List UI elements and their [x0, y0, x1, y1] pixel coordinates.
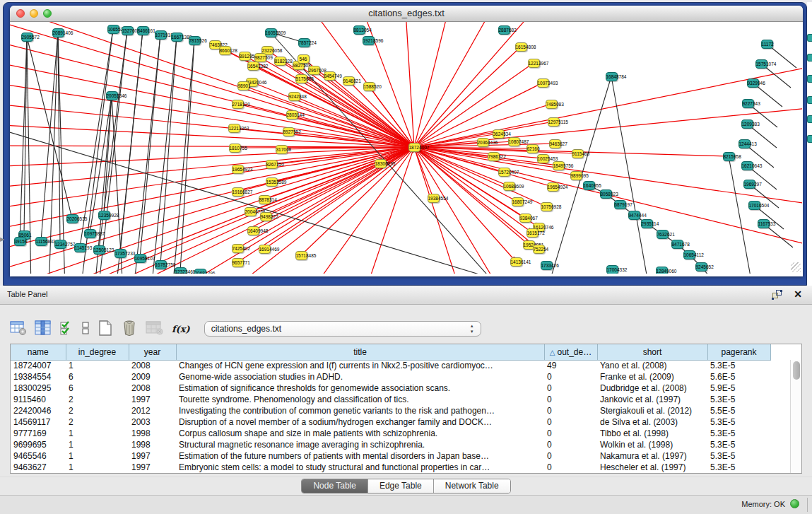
table-cell[interactable]: Corpus callosum shape and size in male p…	[176, 428, 544, 439]
table-cell[interactable]: 2	[66, 394, 129, 405]
graph-node[interactable]: 98901	[237, 81, 249, 90]
table-cell[interactable]: 1998	[129, 439, 176, 450]
graph-node[interactable]: 8466161	[137, 26, 149, 35]
table-cell[interactable]: 2009	[129, 371, 176, 382]
table-cell[interactable]: 18724007	[11, 360, 66, 371]
table-cell[interactable]: 2008	[129, 360, 176, 371]
graph-node[interactable]: 15751074	[755, 59, 767, 69]
delete-table-button[interactable]	[121, 320, 138, 339]
graph-node[interactable]: 19218596	[363, 36, 375, 45]
column-header[interactable]: in_degree	[66, 344, 129, 360]
resize-grip-icon[interactable]	[791, 262, 801, 272]
graph-node[interactable]: 7857224	[298, 38, 310, 47]
table-cell[interactable]: Nakamura et al. (1997)	[597, 450, 707, 462]
float-panel-icon[interactable]	[772, 290, 782, 300]
graph-node[interactable]: 1167533	[758, 219, 770, 228]
table-cell[interactable]: 0	[544, 405, 597, 416]
graph-node[interactable]: 8927552	[283, 127, 295, 136]
graph-node[interactable]: 9498222	[260, 212, 272, 221]
panel-handle-icon[interactable]: ▶	[0, 236, 4, 243]
graph-node[interactable]: 12342757	[54, 240, 66, 249]
graph-node[interactable]: 9242848	[288, 92, 300, 101]
graph-node[interactable]: 19654924	[547, 182, 559, 192]
graph-node[interactable]: 11156833	[35, 237, 47, 246]
table-cell[interactable]: Tourette syndrome. Phenomenology and cla…	[176, 394, 544, 405]
graph-node[interactable]: 1615172	[526, 228, 539, 238]
table-row[interactable]: 1456911722003Disruption of a novel membe…	[11, 416, 770, 428]
graph-node[interactable]: 20681296	[194, 269, 206, 274]
table-row[interactable]: 2242004622012Investigating the contribut…	[11, 405, 770, 416]
graph-node[interactable]: 20046758	[245, 207, 257, 216]
graph-node[interactable]: 16210643	[741, 161, 753, 170]
table-row[interactable]: 946554611997Estimation of the future num…	[11, 450, 770, 462]
table-cell[interactable]: 5.5E-5	[707, 405, 770, 416]
table-cell[interactable]: 0	[544, 371, 597, 382]
graph-node[interactable]: 12849060	[656, 267, 668, 274]
tab-edge-table[interactable]: Edge Table	[368, 479, 434, 493]
table-cell[interactable]: 0	[544, 462, 597, 473]
graph-node[interactable]: 17357233	[114, 249, 126, 258]
graph-node[interactable]: 12975115	[548, 117, 560, 127]
graph-node[interactable]: 8471678	[671, 240, 683, 249]
table-cell[interactable]: de Silva et al. (2003)	[597, 416, 707, 428]
graph-node[interactable]: 752254	[533, 245, 545, 254]
graph-node[interactable]: 8813054	[353, 25, 365, 35]
graph-node[interactable]: 39159	[14, 237, 26, 246]
table-cell[interactable]: Estimation of significance thresholds fo…	[176, 382, 544, 394]
table-cell[interactable]: Genome-wide association studies in ADHD.	[176, 371, 544, 382]
table-cell[interactable]: 2	[66, 416, 129, 428]
graph-node[interactable]: 8267150	[266, 160, 278, 169]
graph-node[interactable]: 16671388	[171, 33, 183, 42]
graph-node[interactable]: 12323468	[175, 267, 187, 274]
graph-node[interactable]: 8215958	[723, 152, 735, 161]
table-row[interactable]: 977716911998Corpus callosum shape and si…	[11, 428, 770, 439]
table-cell[interactable]: 9777169	[11, 428, 66, 439]
table-cell[interactable]: 5.3E-5	[707, 360, 770, 371]
table-cell[interactable]: Dudbridge et al. (2008)	[597, 382, 707, 394]
graph-node[interactable]: 1527607	[122, 26, 134, 35]
graph-node[interactable]: 9899695	[570, 171, 582, 180]
graph-node[interactable]: 7815526	[189, 36, 201, 45]
graph-node[interactable]: 1145193	[74, 243, 86, 252]
table-cell[interactable]: Disruption of a novel member of a sodium…	[176, 416, 544, 428]
table-row[interactable]: 946362711997Embryonic stem cells: a mode…	[11, 462, 770, 473]
graph-node[interactable]: 9827509	[254, 53, 266, 62]
table-row[interactable]: 969969511998Structural magnetic resonanc…	[11, 439, 770, 450]
column-header[interactable]: △out_de…	[544, 344, 597, 360]
table-cell[interactable]: 22420046	[11, 405, 66, 416]
graph-node[interactable]: 10756928	[541, 202, 553, 211]
function-builder-button[interactable]: f(x)	[172, 324, 190, 334]
graph-node[interactable]: 16154808	[515, 42, 527, 52]
graph-node[interactable]: 15720407	[498, 168, 510, 177]
table-cell[interactable]: 6	[66, 371, 129, 382]
table-column-button[interactable]	[35, 320, 52, 338]
graph-node[interactable]: 6879197	[614, 200, 626, 209]
table-cell[interactable]: 5.9E-5	[707, 382, 770, 394]
column-header[interactable]: year	[129, 344, 176, 360]
table-cell[interactable]: 9465546	[11, 450, 66, 462]
graph-node[interactable]: 7632621	[657, 230, 669, 239]
table-cell[interactable]: 5.3E-5	[707, 416, 770, 428]
graph-node[interactable]: 16053809	[265, 28, 277, 37]
graph-node[interactable]: 12213967	[528, 59, 540, 68]
table-cell[interactable]: Investigating the contribution of common…	[176, 405, 544, 416]
graph-node[interactable]: 9384067	[519, 214, 531, 223]
graph-node[interactable]: 20053346	[106, 91, 118, 100]
graph-node[interactable]: 8878314	[259, 195, 271, 204]
graph-node[interactable]: 19654923	[232, 165, 244, 174]
close-panel-icon[interactable]: ✕	[794, 288, 802, 300]
table-cell[interactable]: 5.3E-5	[707, 428, 770, 439]
graph-node[interactable]: 9329946	[747, 78, 759, 88]
table-row[interactable]: 1872400712008Changes of HCN gene express…	[11, 360, 770, 371]
table-scrollbar[interactable]	[790, 360, 801, 473]
table-cell[interactable]: 1997	[129, 394, 176, 405]
graph-node[interactable]: 20891406	[52, 28, 64, 37]
table-cell[interactable]: 1	[66, 428, 129, 439]
table-cell[interactable]: 2	[66, 405, 129, 416]
network-canvas[interactable]: 1872400774638228660128891295423226058982…	[10, 22, 802, 274]
graph-node[interactable]: 10025453	[537, 154, 549, 163]
table-cell[interactable]: 2003	[129, 416, 176, 428]
graph-node[interactable]: 15353589	[266, 177, 278, 187]
graph-node[interactable]: 8182328	[274, 57, 286, 66]
table-settings-button[interactable]	[10, 320, 27, 338]
